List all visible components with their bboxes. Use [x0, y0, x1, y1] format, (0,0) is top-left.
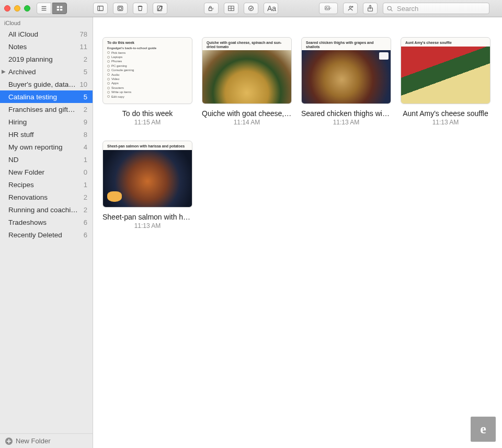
sidebar-item-label: New Folder: [8, 168, 82, 176]
list-view-button[interactable]: [37, 3, 51, 14]
svg-rect-6: [60, 9, 62, 11]
thumbnail-checklist-item: Audio: [107, 73, 188, 77]
svg-rect-5: [57, 9, 59, 11]
delete-note-button[interactable]: [133, 3, 147, 14]
unchecked-circle-icon: [107, 95, 110, 98]
gallery-view-button[interactable]: [52, 3, 67, 14]
sidebar-section-header: iCloud: [0, 17, 93, 28]
close-window-button[interactable]: [4, 5, 10, 12]
sidebar-item-running-and-coachi[interactable]: Running and coachi…2: [0, 203, 93, 216]
sidebar-item-count: 2: [82, 193, 87, 201]
format-button[interactable]: Aa: [264, 3, 278, 14]
note-card[interactable]: Quiche with goat cheese, spinach and sun…: [202, 37, 292, 126]
unchecked-circle-icon: [107, 87, 110, 89]
new-folder-button[interactable]: New Folder: [16, 437, 50, 445]
sidebar-icon: [97, 5, 104, 12]
sidebar-item-renovations[interactable]: Renovations2: [0, 191, 93, 203]
unchecked-circle-icon: [107, 60, 110, 63]
search-field[interactable]: [383, 3, 489, 14]
note-thumbnail: Seared chicken thighs with grapes and sh…: [301, 37, 391, 104]
collaborate-button[interactable]: [343, 3, 358, 14]
add-media-button[interactable]: [319, 3, 338, 14]
note-title: Sheet-pan salmon with har…: [102, 213, 192, 221]
note-timestamp: 11:13 AM: [333, 119, 360, 126]
sidebar-item-buyer-s-guide-data[interactable]: Buyer's guide, data…10: [0, 78, 93, 90]
thumbnail-checklist-item: Phones: [107, 59, 188, 63]
share-button[interactable]: [363, 3, 378, 14]
sidebar-item-count: 5: [82, 68, 87, 76]
search-icon: [386, 5, 393, 12]
photos-icon: [325, 5, 332, 12]
note-card[interactable]: Seared chicken thighs with grapes and sh…: [301, 37, 391, 126]
sidebar-item-new-folder[interactable]: New Folder0: [0, 166, 93, 178]
sidebar: iCloud All iCloud78Notes112019 planning2…: [0, 17, 93, 448]
lock-note-button[interactable]: [204, 3, 219, 14]
checklist-icon: [247, 5, 255, 12]
sidebar-item-hiring[interactable]: Hiring9: [0, 116, 93, 128]
checklist-button[interactable]: [244, 3, 258, 14]
sidebar-item-my-own-reporting[interactable]: My own reporting4: [0, 141, 93, 153]
svg-point-16: [249, 6, 254, 11]
sidebar-item-label: Recently Deleted: [8, 231, 82, 239]
thumbnail-title: Aunt Amy's cheese souffle: [401, 38, 490, 47]
sidebar-item-archived[interactable]: ▶Archived5: [0, 65, 93, 78]
insert-table-button[interactable]: [224, 3, 238, 14]
sidebar-item-hr-stuff[interactable]: HR stuff8: [0, 128, 93, 141]
sidebar-item-count: 8: [82, 131, 87, 139]
thumbnail-title: Seared chicken thighs with grapes and sh…: [302, 38, 391, 50]
share-icon: [367, 5, 374, 12]
note-thumbnail: Aunt Amy's cheese souffle: [401, 37, 490, 104]
window-controls: [4, 5, 30, 12]
sidebar-item-catalina-testing[interactable]: Catalina testing5: [0, 90, 93, 103]
compose-icon: [156, 5, 164, 12]
thumbnail-checklist-item: Edit copy: [107, 95, 188, 99]
sidebar-item-tradeshows[interactable]: Tradeshows6: [0, 216, 93, 228]
minimize-window-button[interactable]: [14, 5, 20, 12]
toggle-sidebar-button[interactable]: [93, 3, 108, 14]
sidebar-item-nd[interactable]: ND1: [0, 153, 93, 166]
svg-rect-12: [209, 8, 212, 10]
sidebar-item-all-icloud[interactable]: All iCloud78: [0, 28, 93, 40]
thumbnail-photo: [202, 50, 291, 104]
note-title: To do this week: [122, 109, 173, 118]
thumbnail-body: Engadget's back-to-school guidePick item…: [103, 47, 192, 102]
note-card[interactable]: Sheet-pan salmon with harissa and potato…: [102, 141, 192, 229]
add-people-icon: [347, 5, 354, 12]
note-card[interactable]: Aunt Amy's cheese souffleAunt Amy's chee…: [401, 37, 490, 126]
sidebar-item-label: Running and coachi…: [8, 206, 82, 214]
new-note-button[interactable]: [153, 3, 167, 14]
sidebar-item-label: HR stuff: [8, 131, 82, 139]
sidebar-item-recipes[interactable]: Recipes1: [0, 178, 93, 191]
sidebar-item-count: 4: [82, 143, 87, 151]
sidebar-item-recently-deleted[interactable]: Recently Deleted6: [0, 228, 93, 241]
sidebar-folder-list: All iCloud78Notes112019 planning2▶Archiv…: [0, 28, 93, 433]
disclosure-triangle-icon[interactable]: ▶: [2, 69, 7, 74]
note-card[interactable]: To do this weekEngadget's back-to-school…: [102, 37, 192, 126]
notes-grid: To do this weekEngadget's back-to-school…: [102, 37, 493, 229]
sidebar-item-franchises-and-gift[interactable]: Franchises and gift…2: [0, 103, 93, 116]
note-thumbnail: Quiche with goat cheese, spinach and sun…: [202, 37, 292, 104]
thumbnail-checklist-item: Apps: [107, 81, 188, 85]
thumbnail-checklist-item: Video: [107, 77, 188, 81]
thumbnail-checklist-item: Console gaming: [107, 68, 188, 72]
attachments-button[interactable]: [113, 3, 128, 14]
thumbnail-checklist-item: PC gaming: [107, 64, 188, 68]
sidebar-item-label: My own reporting: [8, 143, 82, 151]
thumbnail-title: To do this week: [103, 38, 192, 47]
note-title: Quiche with goat cheese, s…: [202, 109, 292, 118]
sidebar-item-label: Franchises and gift…: [8, 106, 82, 113]
zoom-window-button[interactable]: [24, 5, 30, 12]
svg-rect-3: [57, 6, 59, 8]
sidebar-item-notes[interactable]: Notes11: [0, 40, 93, 53]
svg-rect-4: [60, 6, 62, 8]
search-input[interactable]: [396, 4, 486, 13]
thumbnail-photo: [401, 47, 490, 104]
thumbnail-title: Quiche with goat cheese, spinach and sun…: [202, 38, 291, 50]
svg-line-23: [391, 9, 392, 11]
sidebar-item-count: 10: [78, 81, 87, 88]
sidebar-item-label: Archived: [8, 68, 82, 76]
thumbnail-checklist-item: Pick items: [107, 51, 188, 55]
sidebar-item-2019-planning[interactable]: 2019 planning2: [0, 53, 93, 65]
note-timestamp: 11:14 AM: [234, 119, 260, 126]
sidebar-item-count: 11: [78, 43, 87, 51]
